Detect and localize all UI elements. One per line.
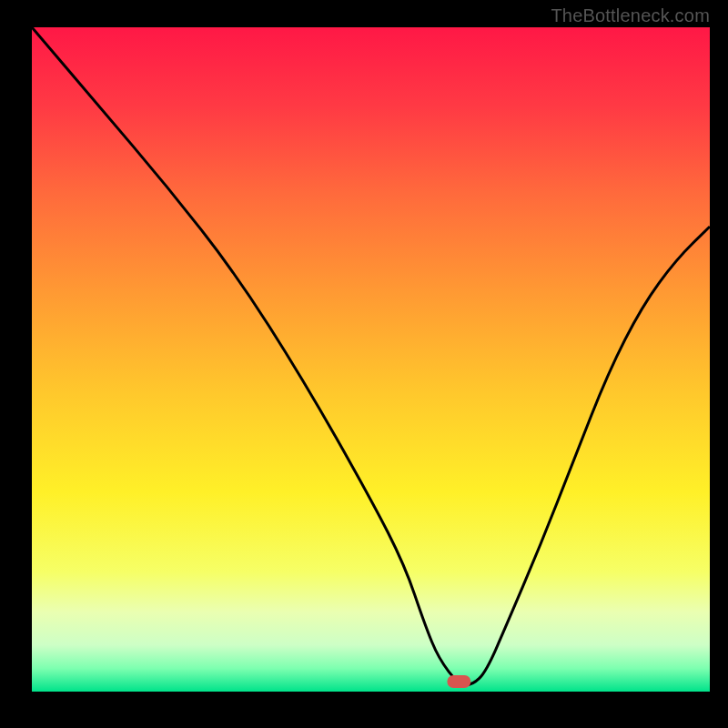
chart-container: TheBottleneck.com: [0, 0, 728, 728]
bottleneck-chart: [0, 0, 728, 728]
watermark-label: TheBottleneck.com: [551, 5, 710, 26]
gradient-plot-area: [32, 27, 710, 692]
optimal-point-marker: [447, 675, 470, 688]
